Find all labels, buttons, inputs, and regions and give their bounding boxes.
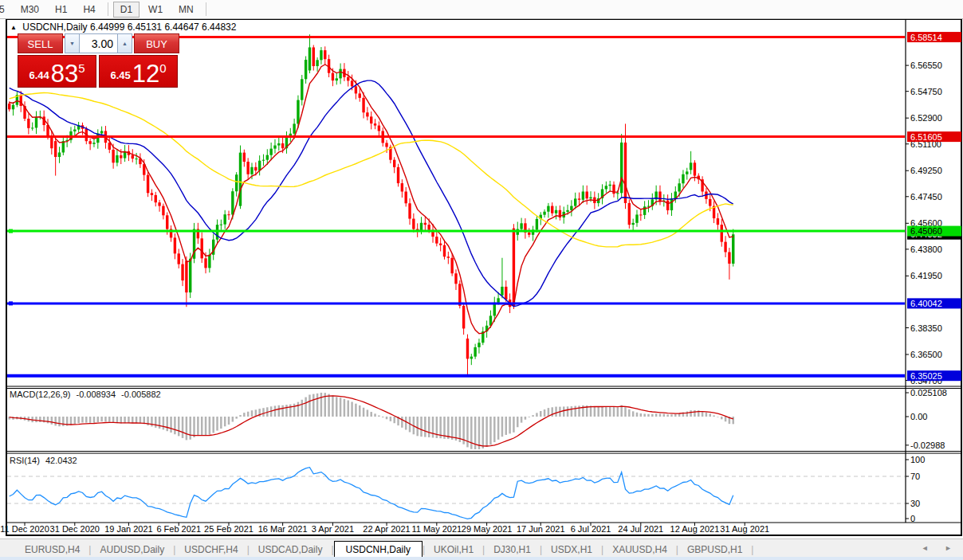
candle bbox=[269, 149, 272, 155]
candle bbox=[254, 167, 257, 170]
tab-usdx-h1[interactable]: USDX,H1 bbox=[542, 542, 601, 558]
candle bbox=[258, 161, 261, 170]
date-axis-label: 16 Mar 2021 bbox=[258, 524, 308, 534]
candle bbox=[520, 223, 522, 229]
buy-price-display[interactable]: 6.45 12 0 bbox=[99, 55, 178, 88]
tabs-scroll-right-icon[interactable]: ► bbox=[945, 544, 952, 552]
candle bbox=[536, 219, 538, 230]
candle bbox=[578, 198, 580, 199]
candle bbox=[454, 273, 457, 284]
candle bbox=[378, 126, 380, 131]
timeframe-button-h4[interactable]: H4 bbox=[76, 2, 102, 17]
tab-separator: | bbox=[751, 544, 753, 555]
candle bbox=[401, 183, 403, 191]
tab-ukoil-h1[interactable]: UKOil,H1 bbox=[425, 542, 482, 558]
price-axis-tick: 6.38350 bbox=[910, 323, 942, 333]
candle bbox=[277, 143, 280, 146]
candle bbox=[624, 143, 627, 203]
candle bbox=[316, 60, 318, 66]
candle bbox=[412, 219, 415, 229]
candle bbox=[208, 255, 210, 268]
candle bbox=[50, 137, 53, 148]
date-axis-label: 29 May 2021 bbox=[462, 524, 513, 534]
rsi-axis-tick: 100 bbox=[910, 455, 925, 464]
tab-xauusd-h4[interactable]: XAUUSD,H4 bbox=[603, 542, 676, 558]
candle bbox=[694, 163, 696, 175]
candle bbox=[178, 253, 180, 264]
tab-usdcad-daily[interactable]: USDCAD,Daily bbox=[250, 542, 332, 558]
candle bbox=[505, 287, 507, 300]
buy-price-big: 12 bbox=[132, 63, 159, 84]
candle bbox=[658, 191, 661, 201]
candle bbox=[239, 153, 242, 206]
candle bbox=[155, 195, 157, 202]
date-axis-label: 24 Jul 2021 bbox=[618, 524, 663, 534]
candle bbox=[185, 260, 187, 292]
candle bbox=[112, 150, 114, 163]
tab-audusd-daily[interactable]: AUDUSD,Daily bbox=[91, 542, 173, 558]
rsi-axis-tick: 0 bbox=[910, 514, 915, 523]
tab-dj30-h1[interactable]: DJ30,H1 bbox=[485, 542, 540, 558]
volume-decrease-button[interactable]: ▼ bbox=[65, 33, 80, 53]
rsi-value: 42.0432 bbox=[45, 456, 77, 465]
candle bbox=[297, 100, 299, 124]
line-handle[interactable] bbox=[9, 229, 13, 233]
timeframe-button-5[interactable]: 5 bbox=[0, 2, 12, 17]
candle bbox=[631, 223, 634, 225]
mt4-window: 6.565506.547506.529006.511006.492506.474… bbox=[0, 0, 963, 560]
volume-increase-button[interactable]: ▲ bbox=[117, 33, 132, 53]
timeframe-button-h1[interactable]: H1 bbox=[48, 2, 74, 17]
candle bbox=[227, 214, 230, 215]
collapse-chart-icon[interactable]: ▲ bbox=[10, 24, 17, 31]
candle bbox=[166, 215, 168, 229]
date-axis-label: 11 May 2021 bbox=[411, 524, 462, 534]
tab-usdcnh-daily[interactable]: USDCNH,Daily bbox=[334, 541, 423, 558]
sell-price-prefix: 6.44 bbox=[29, 69, 49, 81]
candle bbox=[574, 198, 576, 206]
macd-axis-tick: 0.00 bbox=[910, 412, 927, 421]
candle bbox=[709, 199, 711, 206]
candle bbox=[362, 98, 364, 112]
candle bbox=[158, 202, 160, 206]
candle bbox=[497, 298, 499, 303]
date-axis-label: 25 Feb 2021 bbox=[204, 524, 254, 534]
line-handle[interactable] bbox=[9, 301, 13, 305]
tab-usdchf-h4[interactable]: USDCHF,H4 bbox=[175, 542, 246, 558]
candle bbox=[551, 206, 553, 213]
date-axis-label: 11 Dec 2020 bbox=[0, 524, 49, 534]
candle bbox=[443, 245, 446, 257]
candle bbox=[266, 155, 269, 160]
candle bbox=[181, 264, 183, 281]
tabs-scroll-left-icon[interactable]: ◄ bbox=[922, 544, 929, 552]
candle bbox=[88, 141, 91, 144]
candle bbox=[100, 131, 103, 133]
candle bbox=[717, 218, 719, 225]
candle bbox=[608, 185, 611, 186]
candle bbox=[462, 306, 465, 329]
timeframe-button-d1[interactable]: D1 bbox=[113, 2, 140, 18]
triangle-up-icon: ▲ bbox=[122, 41, 128, 46]
candle bbox=[204, 258, 206, 268]
chart-symbol-label: USDCNH,Daily bbox=[22, 22, 87, 33]
buy-button[interactable]: BUY bbox=[134, 33, 179, 53]
tab-eurusd-h4[interactable]: EURUSD,H4 bbox=[16, 542, 88, 558]
sell-button[interactable]: SELL bbox=[18, 33, 63, 53]
candle bbox=[547, 206, 549, 212]
candle bbox=[466, 339, 469, 358]
timeframe-button-w1[interactable]: W1 bbox=[141, 2, 170, 17]
candle bbox=[732, 234, 734, 264]
candle bbox=[336, 78, 338, 80]
timeframe-button-m30[interactable]: M30 bbox=[14, 2, 46, 17]
tab-gbpusd-h1[interactable]: GBPUSD,H1 bbox=[678, 542, 751, 558]
sell-price-display[interactable]: 6.44 83 5 bbox=[18, 55, 96, 88]
candle bbox=[73, 130, 76, 131]
candle bbox=[273, 146, 276, 149]
timeframe-button-mn[interactable]: MN bbox=[171, 2, 201, 17]
macd-axis-tick: -0.02988 bbox=[910, 441, 945, 450]
price-axis-tick: 6.52900 bbox=[910, 113, 942, 123]
candle bbox=[301, 79, 303, 100]
rsi-axis-tick: 70 bbox=[910, 472, 920, 481]
candle bbox=[586, 191, 588, 198]
volume-input[interactable] bbox=[80, 33, 117, 53]
candle bbox=[235, 174, 238, 191]
